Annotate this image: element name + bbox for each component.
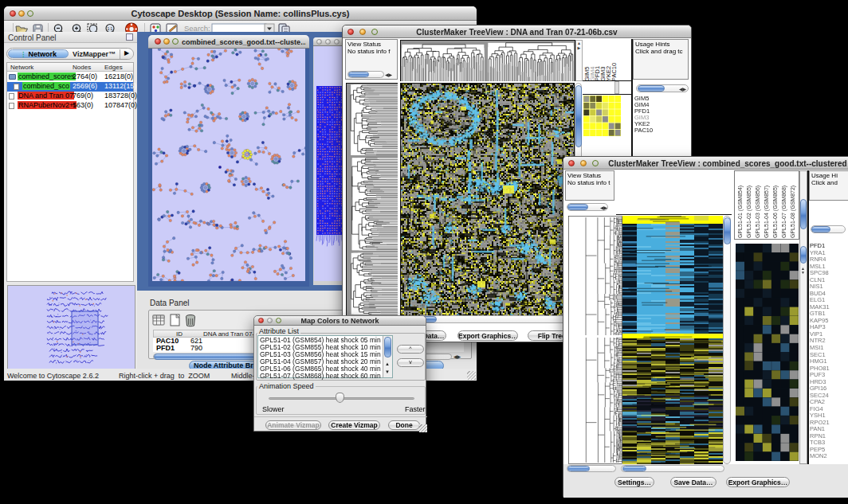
svg-text:1:1: 1:1 bbox=[108, 27, 113, 31]
